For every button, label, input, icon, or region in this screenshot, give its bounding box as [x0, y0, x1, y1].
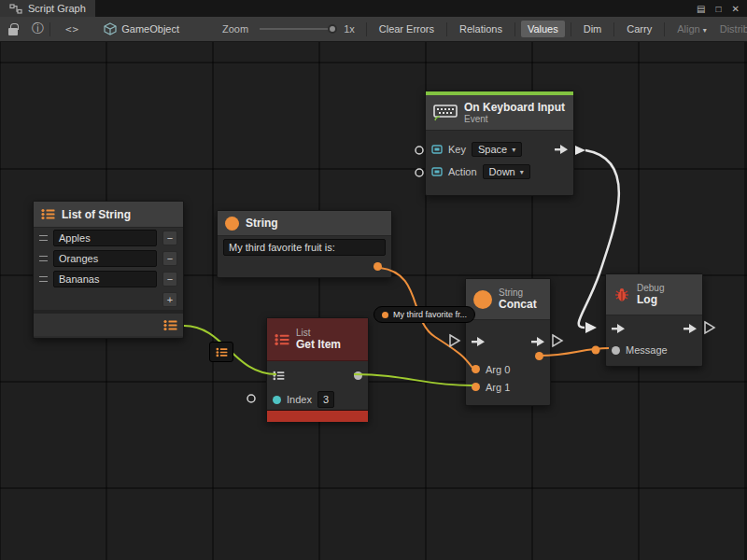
flow-row — [466, 329, 550, 354]
clear-errors-button[interactable]: Clear Errors — [373, 21, 441, 37]
window-menu-icon[interactable]: ▤ — [697, 4, 705, 14]
node-string-literal[interactable]: String My third favorite fruit is: — [217, 210, 392, 278]
relations-button[interactable]: Relations — [453, 21, 509, 37]
index-field[interactable]: 3 — [317, 391, 334, 408]
string-value-field[interactable]: My third favorite fruit is: — [223, 239, 386, 256]
drag-handle-icon[interactable] — [39, 276, 48, 282]
window-controls: ▤ □ ✕ — [689, 0, 747, 17]
remove-item-button[interactable]: − — [162, 251, 177, 266]
node-list-of-string[interactable]: List of String Apples − Oranges − Banana… — [33, 201, 184, 339]
bug-icon — [613, 287, 630, 302]
keycode-type-icon — [431, 144, 443, 155]
key-label: Key — [448, 144, 466, 155]
chevron-down-icon: ▾ — [703, 26, 707, 35]
zoom-slider[interactable] — [260, 28, 334, 30]
node-header[interactable]: Debug Log — [606, 274, 702, 315]
string-output-port[interactable] — [374, 262, 382, 271]
graph-canvas[interactable]: On Keyboard Input Event Key Space ▾ — [0, 42, 747, 560]
dim-button[interactable]: Dim — [577, 21, 609, 37]
node-category: Debug — [637, 283, 664, 293]
unconnected-value-stub — [416, 147, 423, 154]
maximize-icon[interactable]: □ — [716, 4, 722, 14]
index-input-port[interactable] — [273, 396, 281, 404]
graph-toolbar: ⓘ <> GameObject Zoom 1x Clear Errors Rel… — [0, 17, 747, 42]
arg1-row: Arg 1 — [466, 378, 550, 396]
carry-button[interactable]: Carry — [620, 21, 658, 37]
string-output-row — [218, 257, 391, 275]
arg0-input-port[interactable] — [472, 365, 480, 373]
list-input-port[interactable] — [273, 371, 285, 381]
toolbar-separator — [571, 22, 571, 36]
node-title: Get Item — [296, 338, 341, 351]
edit-code-icon[interactable]: <> — [65, 23, 79, 35]
distribute-button[interactable]: Distribute ▾ — [713, 21, 747, 37]
arguments: Arg 0 Arg 1 — [466, 360, 550, 396]
flow-out-port[interactable] — [555, 145, 568, 154]
node-title: String — [246, 217, 278, 230]
key-dropdown[interactable]: Space ▾ — [472, 142, 522, 157]
node-header[interactable]: String Concat — [466, 279, 550, 320]
node-header[interactable]: On Keyboard Input Event — [426, 95, 573, 131]
titlebar: Script Graph ▤ □ ✕ — [0, 0, 747, 17]
node-category: String — [499, 287, 537, 298]
key-value: Space — [478, 144, 507, 155]
node-concat[interactable]: String Concat Arg 0 — [465, 278, 551, 406]
node-category: List — [296, 328, 341, 338]
action-dropdown[interactable]: Down ▾ — [483, 164, 530, 179]
message-label: Message — [626, 344, 668, 356]
flow-in-port[interactable] — [472, 337, 485, 346]
info-icon[interactable]: ⓘ — [32, 21, 44, 37]
flow-out-port[interactable] — [531, 337, 544, 346]
remove-item-button[interactable]: − — [162, 231, 177, 245]
string-preview-text: My third favorite fr... — [393, 310, 467, 319]
item-output-port[interactable] — [354, 371, 362, 380]
toolbar-separator — [49, 22, 50, 36]
drag-handle-icon[interactable] — [39, 235, 48, 241]
node-title: Concat — [499, 298, 537, 311]
node-get-item[interactable]: List Get Item Index 3 — [266, 317, 369, 422]
list-item-row: Oranges − — [34, 248, 183, 269]
flow-in-port[interactable] — [612, 324, 625, 333]
values-button[interactable]: Values — [521, 21, 565, 37]
list-input-row — [267, 361, 368, 389]
string-type-icon — [225, 217, 239, 231]
remove-item-button[interactable]: − — [162, 272, 177, 287]
zoom-slider-knob[interactable] — [328, 24, 337, 34]
unconnected-flow-stub — [553, 335, 562, 346]
arg1-input-port[interactable] — [472, 383, 480, 391]
message-input-port[interactable] — [612, 346, 620, 355]
node-on-keyboard-input[interactable]: On Keyboard Input Event Key Space ▾ — [425, 91, 574, 196]
list-item-row: Apples − — [34, 228, 183, 248]
list-output-port[interactable] — [163, 319, 177, 331]
flow-row — [606, 317, 702, 340]
action-port-row: Action Down ▾ — [426, 161, 573, 183]
node-header[interactable]: List Get Item — [267, 318, 368, 361]
list-item-field[interactable]: Apples — [53, 230, 157, 246]
list-icon — [41, 208, 55, 220]
wire-getitem-to-concat-arg1[interactable] — [354, 374, 472, 385]
node-title: List of String — [62, 208, 131, 221]
toolbar-separator — [366, 22, 367, 36]
result-output-port[interactable] — [535, 352, 543, 360]
tab-script-graph[interactable]: Script Graph — [0, 0, 95, 17]
add-item-button[interactable]: + — [162, 292, 177, 307]
node-header[interactable]: String — [218, 211, 391, 236]
list-item-field[interactable]: Bananas — [53, 271, 157, 287]
list-icon — [275, 333, 289, 346]
flow-out-port[interactable] — [684, 324, 697, 333]
unconnected-value-stub — [416, 169, 423, 176]
toolbar-separator — [514, 22, 515, 36]
list-item-field[interactable]: Oranges — [53, 250, 157, 267]
drag-handle-icon[interactable] — [39, 256, 48, 261]
key-port-row: Key Space ▾ — [426, 138, 573, 161]
node-debug-log[interactable]: Debug Log Message — [605, 273, 703, 367]
string-value-row: My third favorite fruit is: — [218, 236, 391, 257]
chevron-down-icon: ▾ — [520, 168, 524, 176]
lock-icon[interactable] — [8, 28, 18, 35]
gameobject-selector[interactable]: GameObject — [104, 22, 179, 35]
close-icon[interactable]: ✕ — [732, 4, 740, 14]
distribute-label: Distribute — [720, 23, 747, 35]
align-button[interactable]: Align ▾ — [670, 21, 713, 37]
node-header[interactable]: List of String — [34, 202, 183, 228]
node-title: On Keyboard Input — [464, 101, 565, 114]
